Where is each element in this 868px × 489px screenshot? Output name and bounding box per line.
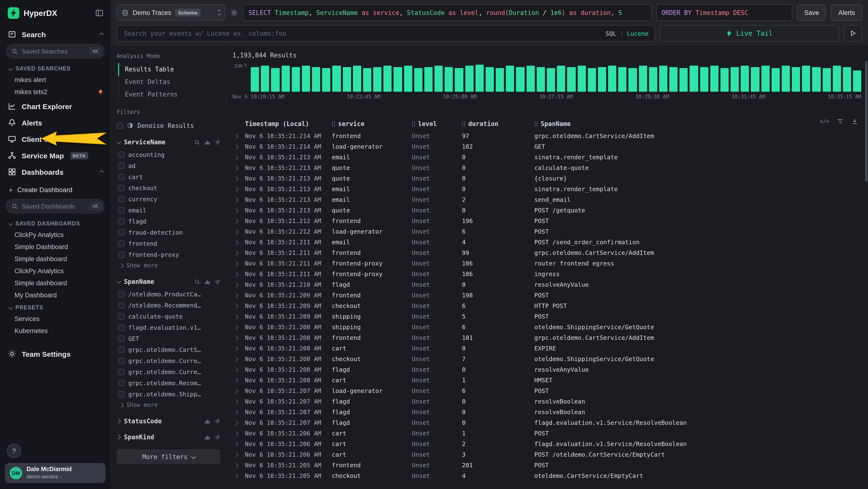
histogram-bar[interactable] bbox=[281, 66, 289, 92]
table-row[interactable]: Nov 6 10:35:21.212 AMfrontendUnset196POS… bbox=[232, 215, 861, 226]
histogram-bar[interactable] bbox=[853, 70, 861, 92]
analysis-mode-event-patterns[interactable]: Event Patterns bbox=[118, 88, 220, 101]
histogram-bar[interactable] bbox=[741, 66, 749, 92]
preset-item[interactable]: Services bbox=[0, 313, 111, 325]
source-settings-gear-icon[interactable] bbox=[230, 8, 238, 17]
nav-client-sessions[interactable]: Client Sessions bbox=[0, 131, 111, 147]
saved-dashboard-item[interactable]: Simple dashboard bbox=[0, 277, 111, 289]
histogram-bar[interactable] bbox=[506, 66, 514, 92]
code-icon[interactable]: </> bbox=[820, 118, 830, 124]
row-expand-icon[interactable] bbox=[234, 229, 239, 234]
row-expand-icon[interactable] bbox=[234, 463, 239, 468]
facet-value-SpanName[interactable]: grpc.oteldemo.Recommend… bbox=[118, 377, 220, 389]
histogram-bar[interactable] bbox=[618, 67, 626, 92]
column-drag-icon[interactable] bbox=[332, 121, 335, 126]
histogram-bar[interactable] bbox=[659, 66, 668, 92]
facet-chart-icon[interactable] bbox=[205, 279, 210, 285]
show-more-button[interactable]: Show more bbox=[118, 400, 220, 410]
facet-value-ServiceName[interactable]: cart bbox=[118, 171, 220, 182]
histogram-bar[interactable] bbox=[312, 67, 320, 92]
table-row[interactable]: Nov 6 10:35:21.205 AMfrontendUnset201POS… bbox=[232, 460, 861, 470]
saved-dashboard-item[interactable]: Simple Dashboard bbox=[0, 241, 111, 253]
facet-pin-icon[interactable] bbox=[215, 418, 220, 424]
row-expand-icon[interactable] bbox=[234, 240, 239, 245]
histogram-bar[interactable] bbox=[679, 68, 688, 92]
table-row[interactable]: Nov 6 10:35:21.206 AMcartUnset3POST /ote… bbox=[232, 449, 861, 460]
row-expand-icon[interactable] bbox=[234, 442, 239, 447]
sql-mode-toggle[interactable]: SQL bbox=[606, 30, 616, 37]
histogram-bar[interactable] bbox=[333, 66, 341, 92]
histogram-bar[interactable] bbox=[823, 68, 831, 92]
checkbox[interactable] bbox=[118, 291, 124, 297]
row-expand-icon[interactable] bbox=[234, 378, 239, 383]
hyperdx-logo[interactable]: HyperDX bbox=[8, 7, 57, 19]
table-row[interactable]: Nov 6 10:35:21.213 AMquoteUnset0POST /ge… bbox=[232, 205, 861, 215]
histogram-bar[interactable] bbox=[669, 67, 678, 92]
table-row[interactable]: Nov 6 10:35:21.209 AMcheckoutUnset6HTTP … bbox=[232, 300, 861, 311]
histogram-bar[interactable] bbox=[690, 66, 698, 92]
histogram-bar[interactable] bbox=[598, 67, 606, 92]
facet-value-ServiceName[interactable]: flagd bbox=[118, 216, 220, 227]
facet-value-SpanName[interactable]: flagd.evaluation.v1.Ser… bbox=[118, 322, 220, 333]
column-header-level[interactable]: level bbox=[412, 120, 462, 127]
create-dashboard-button[interactable]: + Create Dashboard bbox=[0, 182, 111, 197]
saved-dashboard-item[interactable]: Simple dashboard bbox=[0, 253, 111, 265]
row-expand-icon[interactable] bbox=[234, 251, 239, 255]
table-row[interactable]: Nov 6 10:35:21.214 AMfrontendUnset97grpc… bbox=[232, 130, 861, 141]
row-expand-icon[interactable] bbox=[234, 272, 239, 277]
facet-value-SpanName[interactable]: grpc.oteldemo.ShippingS… bbox=[118, 389, 220, 400]
histogram-bar[interactable] bbox=[363, 68, 371, 92]
table-row[interactable]: Nov 6 10:35:21.211 AMfrontend-proxyUnset… bbox=[232, 268, 861, 279]
row-expand-icon[interactable] bbox=[234, 197, 239, 202]
checkbox[interactable] bbox=[118, 218, 124, 225]
table-row[interactable]: Nov 6 10:35:21.211 AMfrontend-proxyUnset… bbox=[232, 258, 861, 268]
table-row[interactable]: Nov 6 10:35:21.213 AMemailUnset0sinatra.… bbox=[232, 183, 861, 194]
histogram-bar[interactable] bbox=[322, 68, 330, 92]
vertical-scrollbar[interactable] bbox=[865, 61, 868, 181]
facet-value-ServiceName[interactable]: email bbox=[118, 205, 220, 216]
histogram-bar[interactable] bbox=[608, 66, 616, 92]
show-more-button[interactable]: Show more bbox=[118, 260, 220, 271]
histogram-bar[interactable] bbox=[475, 65, 484, 92]
play-button[interactable] bbox=[844, 25, 862, 41]
histogram-bar[interactable] bbox=[639, 66, 647, 92]
facet-pin-icon[interactable] bbox=[215, 139, 220, 145]
alerts-button[interactable]: Alerts bbox=[831, 4, 862, 21]
table-row[interactable]: Nov 6 10:35:21.208 AMfrontendUnset101grp… bbox=[232, 332, 861, 343]
row-expand-icon[interactable] bbox=[234, 336, 239, 340]
facet-pin-icon[interactable] bbox=[215, 434, 220, 440]
facet-value-ServiceName[interactable]: fraud-detection bbox=[118, 227, 220, 238]
checkbox[interactable] bbox=[118, 391, 124, 397]
table-row[interactable]: Nov 6 10:35:21.209 AMfrontendUnset198POS… bbox=[232, 290, 861, 300]
row-expand-icon[interactable] bbox=[234, 166, 239, 170]
column-header-service[interactable]: service bbox=[332, 120, 412, 127]
table-row[interactable]: Nov 6 10:35:21.208 AMcartUnset1HMSET bbox=[232, 375, 861, 385]
histogram-bar[interactable] bbox=[547, 68, 555, 92]
row-expand-icon[interactable] bbox=[234, 314, 239, 319]
saved-dashboard-item[interactable]: My Dashboard bbox=[0, 289, 111, 301]
histogram-bar[interactable] bbox=[302, 66, 310, 92]
table-row[interactable]: Nov 6 10:35:21.207 AMflagdUnset0resolveB… bbox=[232, 396, 861, 406]
histogram-bar[interactable] bbox=[833, 66, 841, 92]
histogram-bar[interactable] bbox=[404, 66, 412, 92]
row-expand-icon[interactable] bbox=[234, 134, 239, 139]
row-expand-icon[interactable] bbox=[234, 208, 239, 213]
source-selector[interactable]: Demo Traces Schema bbox=[117, 4, 225, 21]
histogram-bar[interactable] bbox=[465, 66, 473, 92]
table-row[interactable]: Nov 6 10:35:21.208 AMflagdUnset0resolveA… bbox=[232, 364, 861, 375]
denoise-results-toggle[interactable]: Denoise Results bbox=[117, 119, 220, 132]
table-row[interactable]: Nov 6 10:35:21.213 AMquoteUnset0calculat… bbox=[232, 162, 861, 173]
row-expand-icon[interactable] bbox=[234, 431, 239, 436]
facet-chart-icon[interactable] bbox=[205, 139, 210, 145]
checkbox[interactable] bbox=[118, 313, 124, 320]
table-row[interactable]: Nov 6 10:35:21.209 AMshippingUnset5POST bbox=[232, 311, 861, 321]
lucene-mode-toggle[interactable]: Lucene bbox=[627, 30, 649, 37]
nav-alerts[interactable]: Alerts bbox=[0, 114, 111, 131]
histogram-bar[interactable] bbox=[578, 66, 586, 92]
table-row[interactable]: Nov 6 10:35:21.213 AMemailUnset0sinatra.… bbox=[232, 151, 861, 162]
histogram-bar[interactable] bbox=[424, 67, 433, 92]
histogram-bar[interactable] bbox=[445, 67, 453, 92]
facet-chart-icon[interactable] bbox=[205, 418, 210, 424]
histogram-bar[interactable] bbox=[291, 67, 300, 92]
nav-service-map[interactable]: Service Map BETA bbox=[0, 147, 111, 164]
